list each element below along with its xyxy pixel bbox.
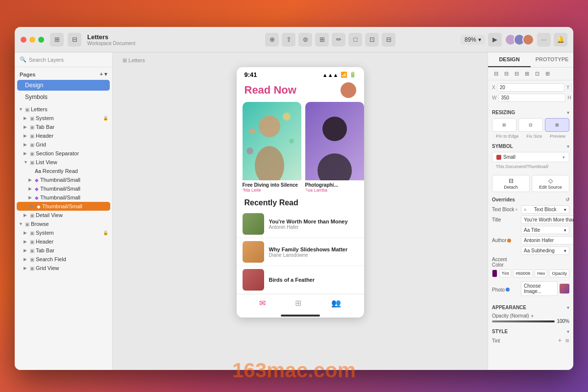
layer-browse-tabbar[interactable]: ▶ ▣ Tab Bar: [15, 246, 112, 255]
layer-system[interactable]: ▶ ▣ System 🔒: [15, 114, 112, 122]
w-input[interactable]: [498, 94, 565, 102]
tab-people-icon[interactable]: 👥: [331, 298, 341, 308]
tab-prototype[interactable]: PROTOTYPE: [531, 52, 573, 67]
symbol-dropdown[interactable]: Small ▾: [492, 152, 569, 162]
add-tint-button[interactable]: +: [558, 337, 562, 344]
copy-icon[interactable]: ⊡: [365, 33, 379, 47]
status-icons: ▲▲▲ 📶 🔋: [322, 72, 356, 78]
layer-letters[interactable]: ▼ ▣ Letters: [15, 105, 112, 114]
book-card-2[interactable]: Photographi... Fua Lamba: [305, 102, 364, 193]
shape-icon[interactable]: □: [348, 33, 362, 47]
minimize-button[interactable]: [29, 37, 35, 43]
layer-thumbnail-4[interactable]: ▶ ◆ Thumbnail/Small: [17, 202, 110, 211]
page-design[interactable]: Design: [17, 80, 110, 91]
layer-browse-search[interactable]: ▶ ▣ Search Field: [15, 255, 112, 264]
chevron-right-icon: ▶: [24, 257, 28, 262]
tab-envelope-icon[interactable]: ✉: [259, 298, 266, 308]
opacity-slider[interactable]: [492, 320, 555, 322]
fullscreen-button[interactable]: [38, 37, 44, 43]
grid-view-icon[interactable]: ⊟: [68, 33, 81, 47]
y-input[interactable]: [571, 83, 573, 92]
pen-icon[interactable]: ✏: [332, 33, 345, 47]
layer-recently-read[interactable]: Aa Recently Read: [15, 167, 112, 175]
align-center-icon[interactable]: ⊟: [502, 70, 511, 78]
align-left-icon[interactable]: ⊟: [492, 70, 500, 78]
layer-browse-header[interactable]: ▶ ▣ Header: [15, 237, 112, 246]
notifications-icon[interactable]: 🔔: [554, 33, 567, 47]
fix-size-btn[interactable]: ⊟: [518, 118, 543, 132]
chevron-down-icon: ▾: [567, 110, 569, 115]
list-item-1[interactable]: You're Worth More than Money Antonin Haf…: [237, 210, 364, 238]
layer-list-view[interactable]: ▼ ▣ List View: [15, 158, 112, 167]
layer-browse-grid[interactable]: ▶ ▣ Grid View: [15, 264, 112, 272]
layer-thumbnail-2[interactable]: ▶ ◆ Thumbnail/Small: [15, 184, 112, 193]
zoom-control[interactable]: 89% ▾: [461, 35, 485, 45]
layer-grid[interactable]: ▶ ▣ Grid: [15, 140, 112, 149]
book-card-1[interactable]: Free Diving into Silence Rita Leite: [243, 102, 301, 193]
layer-section-sep[interactable]: ▶ ▣ Section Separator: [15, 149, 112, 158]
pages-label: Pages: [20, 72, 35, 77]
reset-overrides-icon[interactable]: ↺: [565, 197, 569, 202]
opacity-chevron-icon[interactable]: ▾: [531, 314, 534, 318]
detach-button[interactable]: ⊟ Detach: [492, 175, 530, 192]
layer-tab-bar[interactable]: ▶ ▣ Tab Bar: [15, 122, 112, 131]
pin-to-edge-btn[interactable]: ⊞: [492, 118, 516, 132]
author-input[interactable]: [521, 236, 573, 245]
opacity-field[interactable]: Hex: [535, 270, 547, 277]
profile-avatar[interactable]: [341, 82, 356, 98]
preview-btn[interactable]: ⊠: [545, 118, 569, 132]
align-right-icon[interactable]: ⊟: [513, 70, 521, 78]
chevron-right-icon: ▶: [24, 133, 28, 138]
layer-thumbnail-1[interactable]: ▶ ◆ Thumbnail/Small: [15, 175, 112, 184]
sidebar-toggle-icon[interactable]: ⊞: [50, 33, 64, 47]
accent-swatch[interactable]: [492, 270, 497, 277]
choose-image-button[interactable]: Choose Image...: [521, 281, 558, 296]
close-button[interactable]: [21, 37, 26, 43]
layer-browse[interactable]: ▼ ▣ Browse: [15, 220, 112, 228]
folder-icon: ▣: [30, 257, 34, 262]
folder-icon: ▣: [30, 133, 34, 139]
layer-header[interactable]: ▶ ▣ Header: [15, 131, 112, 140]
detach-icon: ⊟: [494, 177, 527, 184]
author-style-select[interactable]: Aa Subheding ▾: [521, 246, 569, 255]
list-thumb-3: [243, 269, 264, 291]
upload-icon[interactable]: ⇧: [282, 33, 295, 47]
filter-icon[interactable]: ⊜: [298, 33, 312, 47]
play-button[interactable]: ▶: [488, 33, 502, 47]
arrange-icon[interactable]: ⊟: [382, 33, 395, 47]
text-block-value: Text Block: [534, 207, 557, 212]
tab-design[interactable]: DESIGN: [488, 52, 531, 67]
title-style-select[interactable]: Aa Title ▾: [521, 226, 569, 234]
tab-grid-icon[interactable]: ⊞: [295, 298, 301, 308]
spacing-icon[interactable]: ⊡: [533, 70, 541, 78]
component-icon: ◆: [35, 186, 39, 192]
layer-detail-view[interactable]: ▶ ▣ Detail View: [15, 211, 112, 220]
title-input[interactable]: [521, 216, 573, 224]
xy-row: X Y ↺ °: [492, 83, 569, 92]
search-layers[interactable]: 🔍 Search Layers: [15, 52, 112, 67]
hex-field[interactable]: #60006: [513, 270, 533, 277]
more-icon[interactable]: ⊞: [543, 70, 552, 78]
page-symbols[interactable]: Symbols: [17, 92, 110, 102]
edit-source-button[interactable]: ◇ Edit Source: [532, 175, 569, 192]
insert-icon[interactable]: ⊕: [265, 33, 279, 47]
select-chevron-icon: ▾: [564, 248, 566, 253]
list-item-3[interactable]: Birds of a Feather: [237, 266, 364, 294]
layer-browse-system[interactable]: ▶ ▣ System 🔒: [15, 228, 112, 237]
svg-point-3: [249, 128, 255, 134]
more-options-icon[interactable]: ···: [537, 33, 551, 47]
add-page-icon[interactable]: + ▾: [100, 71, 107, 77]
frame-icon[interactable]: ⊞: [315, 33, 329, 47]
resizing-section-title: RESIZING ▾: [488, 107, 573, 116]
signal-icon: ▲▲▲: [322, 72, 339, 78]
layer-label: Grid: [36, 142, 46, 147]
list-item-2[interactable]: Why Family Slideshows Matter Diane Lansd…: [237, 238, 364, 266]
layer-thumbnail-3[interactable]: ▶ ◆ Thumbnail/Small: [15, 193, 112, 202]
layers-sidebar: 🔍 Search Layers Pages + ▾ Design Symbols…: [15, 52, 113, 370]
distribute-icon[interactable]: ⊞: [523, 70, 531, 78]
text-block-plus-icon[interactable]: +: [515, 207, 518, 212]
x-input[interactable]: [497, 83, 564, 92]
text-block-select[interactable]: ≡ Text Block ▾: [521, 205, 569, 214]
opacity-value-field[interactable]: Opacity: [549, 270, 569, 277]
tint-more-icon[interactable]: ⊞: [565, 338, 569, 343]
